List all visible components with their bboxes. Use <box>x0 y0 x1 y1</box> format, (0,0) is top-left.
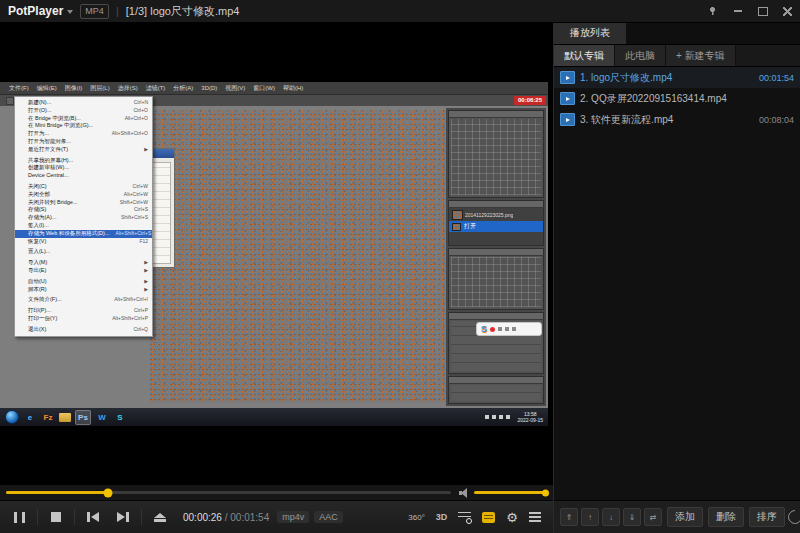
playlist-item-duration: 00:01:54 <box>759 73 794 83</box>
total-time: 00:01:54 <box>230 512 269 523</box>
tray-icon <box>485 415 489 419</box>
menu-item-label: 新建(N)... <box>28 99 51 107</box>
menu-item-shortcut: Alt+Ctrl+O <box>119 115 148 123</box>
menu-item-label: 打开为智能对象... <box>28 138 71 146</box>
ps-file-menu-item: 共享我的屏幕(H)... <box>15 157 152 165</box>
delete-button[interactable]: 删除 <box>708 507 744 527</box>
add-button[interactable]: 添加 <box>667 507 703 527</box>
ps-menu-item: 编辑(E) <box>33 84 61 93</box>
settings-gear-button[interactable]: ⚙ <box>506 511 518 524</box>
ps-file-menu-item: 文件简介(F)... Alt+Shift+Ctrl+I <box>15 296 152 304</box>
speaker-icon[interactable] <box>459 488 469 498</box>
ps-menu-item: 滤镜(T) <box>142 84 170 93</box>
playlist-move-button[interactable]: ⇓ <box>623 508 641 526</box>
maximize-icon <box>758 7 768 16</box>
album-tab[interactable]: 此电脑 <box>615 45 666 66</box>
ps-file-menu-item: 恢复(V) F12 <box>15 238 152 246</box>
always-on-top-button[interactable] <box>700 0 725 22</box>
menu-item-label: 退出(X) <box>28 326 46 334</box>
menu-item-label: 关闭全部 <box>28 191 50 199</box>
hamburger-menu-button[interactable] <box>529 512 541 522</box>
ps-menu-item: 选择(S) <box>114 84 142 93</box>
ps-file-menu-item: Device Central... <box>15 172 152 180</box>
taskbar-apps: eFzPsWS <box>23 410 127 425</box>
file-thumbnail-icon <box>452 210 463 220</box>
menu-item-shortcut: ▶ <box>138 278 148 286</box>
menu-item-label: 打开(O)... <box>28 107 52 115</box>
ps-file-menu-item: 在 Mini Bridge 中浏览(G)... <box>15 122 152 130</box>
tray-icon <box>506 415 510 419</box>
sort-button[interactable]: 排序 <box>749 507 785 527</box>
playlist-item[interactable]: 3. 软件更新流程.mp4 00:08:04 <box>554 109 800 130</box>
tray-icon <box>499 415 503 419</box>
volume-slider[interactable] <box>474 491 547 494</box>
playlist-panel: 播放列表 默认专辑此电脑+ 新建专辑 1. logo尺寸修改.mp4 00:01… <box>553 22 800 533</box>
playlist-item-title: 1. logo尺寸修改.mp4 <box>580 71 754 85</box>
ps-file-menu-item: 退出(X) Ctrl+Q <box>15 326 152 334</box>
ps-menu-item: 分析(A) <box>169 84 197 93</box>
playlist-item-title: 3. 软件更新流程.mp4 <box>580 113 754 127</box>
ps-menu-item: 图层(L) <box>86 84 113 93</box>
pin-icon <box>708 7 717 16</box>
ps-file-menu-item: 打开为... Alt+Shift+Ctrl+O <box>15 130 152 138</box>
stop-button[interactable] <box>41 504 71 530</box>
menu-item-shortcut: Ctrl+P <box>128 307 148 315</box>
menu-item-label: 导出(E) <box>28 267 46 275</box>
video-surface[interactable]: 文件(F)编辑(E)图像(I)图层(L)选择(S)滤镜(T)分析(A)3D(D)… <box>0 22 553 484</box>
3d-button[interactable]: 3D <box>436 512 448 522</box>
volume-thumb[interactable] <box>542 489 549 496</box>
next-button[interactable] <box>108 504 138 530</box>
ps-file-menu-item: 打印(P)... Ctrl+P <box>15 307 152 315</box>
vr-360-button[interactable]: 360° <box>408 513 425 522</box>
close-button[interactable] <box>775 0 800 22</box>
open-file-button[interactable] <box>145 504 175 530</box>
menu-item-shortcut: Alt+Shift+Ctrl+P <box>106 315 148 323</box>
playlist-item[interactable]: 1. logo尺寸修改.mp4 00:01:54 <box>554 67 800 88</box>
seek-thumb[interactable] <box>104 488 113 497</box>
menu-item-label: 置入(L)... <box>28 248 50 256</box>
start-button-icon <box>5 410 19 424</box>
control-right-icons: 360° 3D ⚙ <box>408 511 549 524</box>
menu-item-label: 最近打开文件(T) <box>28 146 68 154</box>
minimize-button[interactable] <box>725 0 750 22</box>
playlist-item[interactable]: 2. QQ录屏20220915163414.mp4 <box>554 88 800 109</box>
playlist-move-button[interactable]: ⇑ <box>560 508 578 526</box>
ps-file-menu-item: 签入(I)... <box>15 222 152 230</box>
menu-item-shortcut: ▶ <box>138 259 148 267</box>
refresh-icon[interactable] <box>785 507 800 527</box>
ps-file-menu-item: 导出(E) ▶ <box>15 267 152 275</box>
titlebar-separator: | <box>116 5 119 17</box>
ps-file-menu-item: 存储为 Web 和设备所用格式(D)... Alt+Shift+Ctrl+S <box>15 230 152 238</box>
pause-icon <box>14 512 25 523</box>
tab-playlist[interactable]: 播放列表 <box>554 22 626 44</box>
ps-file-row: 20141129223025.png <box>449 208 543 221</box>
playlist-move-button[interactable]: ↓ <box>602 508 620 526</box>
album-tab[interactable]: 默认专辑 <box>554 45 615 66</box>
bookmark-button[interactable] <box>482 512 495 523</box>
menu-item-shortcut: Alt+Ctrl+W <box>118 191 148 199</box>
app-menu-button[interactable]: PotPlayer <box>8 4 63 18</box>
album-tab[interactable]: + 新建专辑 <box>666 45 736 66</box>
menu-item-label: 打印一份(Y) <box>28 315 57 323</box>
divider <box>37 509 38 525</box>
minimize-icon <box>734 10 742 12</box>
subtitle-search-button[interactable] <box>458 512 471 523</box>
pause-button[interactable] <box>4 504 34 530</box>
playlist-item-title: 2. QQ录屏20220915163414.mp4 <box>580 92 789 106</box>
video-codec-badge: mp4v <box>277 511 309 523</box>
next-icon <box>117 512 125 522</box>
ps-file-menu-item: 脚本(R) ▶ <box>15 286 152 294</box>
ps-menu-item: 图像(I) <box>61 84 87 93</box>
playlist-move-button[interactable]: ↑ <box>581 508 599 526</box>
menu-item-label: 导入(M) <box>28 259 47 267</box>
maximize-button[interactable] <box>750 0 775 22</box>
seek-bar[interactable] <box>6 491 451 494</box>
menu-item-shortcut: Shift+Ctrl+W <box>114 199 148 207</box>
control-bar: 00:00:26 / 00:01:54 mp4v AAC 360° 3D ⚙ <box>0 500 553 533</box>
menu-item-label: 创建新审核(W)... <box>28 164 69 172</box>
previous-button[interactable] <box>78 504 108 530</box>
taskbar-app-icon: Ps <box>75 410 91 425</box>
menu-item-shortcut: Shift+Ctrl+S <box>115 214 148 222</box>
playlist-move-button[interactable]: ⇄ <box>644 508 662 526</box>
ps-document-image <box>150 110 448 402</box>
